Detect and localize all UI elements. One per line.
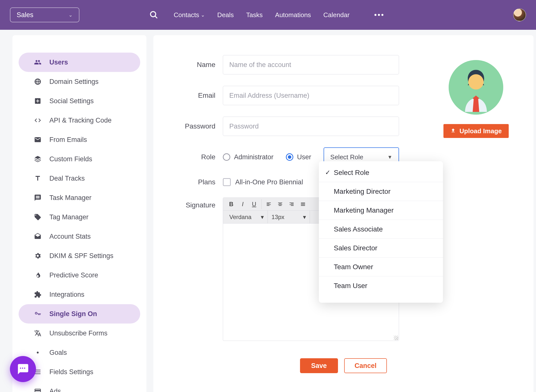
sidebar-item-task-manager[interactable]: Task Manager (19, 188, 140, 207)
underline-button[interactable]: U (248, 198, 260, 210)
sidebar-item-dkim-spf[interactable]: DKIM & SPF Settings (19, 246, 140, 265)
sidebar-item-goals[interactable]: Goals (19, 343, 140, 362)
chat-icon (17, 363, 29, 375)
role-option-sales-director[interactable]: Sales Director (319, 239, 443, 258)
sidebar-item-social-settings[interactable]: Social Settings (19, 91, 140, 111)
fire-icon (34, 271, 42, 279)
sidebar-item-integrations[interactable]: Integrations (19, 285, 140, 304)
sidebar-item-custom-fields[interactable]: Custom Fields (19, 149, 140, 169)
role-option-marketing-director[interactable]: Marketing Director (319, 182, 443, 201)
sidebar-item-domain-settings[interactable]: Domain Settings (19, 72, 140, 91)
sidebar-item-fields-settings[interactable]: Fields Settings (19, 362, 140, 382)
sidebar-item-label: Custom Fields (49, 155, 92, 163)
sidebar-item-label: Predictive Score (49, 271, 98, 279)
sidebar-item-label: DKIM & SPF Settings (49, 252, 113, 260)
tag-icon (34, 213, 42, 221)
nav-more-icon[interactable] (374, 14, 383, 16)
chevron-down-icon: ⌄ (201, 12, 205, 18)
sidebar-item-label: Fields Settings (49, 368, 93, 376)
upload-image-button[interactable]: Upload Image (443, 124, 509, 138)
role-option-sales-associate[interactable]: Sales Associate (319, 220, 443, 239)
nav-automations[interactable]: Automations (275, 11, 311, 19)
sidebar-item-users[interactable]: Users (19, 53, 140, 72)
sidebar-item-account-stats[interactable]: Account Stats (19, 227, 140, 246)
role-option-label: Team Owner (334, 263, 373, 271)
layers-icon (34, 155, 42, 163)
user-avatar[interactable] (513, 8, 526, 21)
sidebar-item-unsubscribe[interactable]: Unsubscribe Forms (19, 324, 140, 343)
nav-calendar-label: Calendar (323, 11, 350, 19)
save-button[interactable]: Save (300, 358, 338, 373)
signature-label: Signature (168, 197, 223, 209)
role-option-label: Sales Associate (334, 225, 383, 233)
name-input[interactable] (223, 55, 399, 74)
nav-tasks[interactable]: Tasks (246, 11, 263, 19)
email-input[interactable] (223, 86, 399, 105)
nav-contacts[interactable]: Contacts ⌄ (174, 11, 205, 19)
sidebar-item-label: Unsubscribe Forms (49, 329, 107, 337)
mail-icon (34, 135, 42, 144)
font-size-select[interactable]: 13px ▾ (268, 211, 310, 223)
sidebar-item-label: Social Settings (49, 97, 94, 105)
checkbox-label: All-in-One Pro Biennial (235, 178, 303, 186)
password-input[interactable] (223, 117, 399, 136)
role-option-team-user[interactable]: Team User (319, 276, 443, 295)
svg-line-1 (155, 16, 157, 18)
plus-square-icon (34, 97, 42, 105)
target-icon (34, 348, 42, 357)
italic-button[interactable]: I (237, 198, 248, 210)
plans-label: Plans (168, 178, 223, 186)
sidebar-item-label: Tag Manager (49, 213, 89, 221)
align-left-button[interactable] (263, 198, 274, 210)
drafts-icon (34, 232, 42, 241)
role-option-marketing-manager[interactable]: Marketing Manager (319, 201, 443, 220)
chat-fab-button[interactable] (10, 356, 36, 382)
role-option-select-role[interactable]: Select Role (319, 163, 443, 182)
profile-avatar-placeholder (449, 60, 503, 115)
role-radio-administrator[interactable]: Administrator (223, 153, 273, 161)
sidebar-item-label: Users (49, 59, 68, 66)
code-icon (34, 116, 42, 125)
font-family-select[interactable]: Verdana ▾ (226, 211, 268, 223)
role-label: Role (168, 153, 223, 161)
sidebar-item-deal-tracks[interactable]: Deal Tracks (19, 169, 140, 188)
cancel-button[interactable]: Cancel (344, 358, 387, 373)
upload-icon (450, 127, 456, 135)
role-option-label: Marketing Manager (334, 206, 394, 214)
globe-icon (34, 77, 42, 86)
sidebar-item-from-emails[interactable]: From Emails (19, 130, 140, 149)
radio-label: User (297, 153, 311, 161)
search-icon[interactable] (149, 10, 159, 20)
role-option-team-owner[interactable]: Team Owner (319, 258, 443, 276)
translate-icon (34, 329, 42, 337)
font-family-value: Verdana (229, 214, 251, 221)
sidebar-item-tag-manager[interactable]: Tag Manager (19, 207, 140, 227)
role-select-value: Select Role (330, 153, 363, 161)
workspace-selector[interactable]: Sales ⌄ (10, 7, 79, 22)
nav-deals[interactable]: Deals (217, 11, 234, 19)
sidebar-item-api-tracking[interactable]: API & Tracking Code (19, 111, 140, 130)
sidebar-item-label: Domain Settings (49, 78, 99, 86)
sidebar-item-label: Deal Tracks (49, 175, 85, 182)
align-justify-button[interactable] (297, 198, 309, 210)
password-label: Password (168, 122, 223, 130)
sidebar-item-predictive-score[interactable]: Predictive Score (19, 265, 140, 285)
align-center-button[interactable] (274, 198, 286, 210)
key-icon (34, 310, 42, 318)
role-radio-user[interactable]: User (286, 153, 311, 161)
bold-button[interactable]: B (226, 198, 237, 210)
role-option-label: Marketing Director (334, 188, 391, 196)
resize-handle-icon[interactable] (394, 336, 398, 340)
top-nav: Contacts ⌄ Deals Tasks Automations Calen… (174, 11, 383, 19)
chevron-down-icon: ▼ (387, 154, 392, 160)
name-label: Name (168, 61, 223, 69)
checkbox-icon (223, 178, 231, 186)
nav-calendar[interactable]: Calendar (323, 11, 350, 19)
align-right-button[interactable] (286, 198, 297, 210)
sidebar-item-sso[interactable]: Single Sign On (19, 304, 140, 324)
role-option-label: Sales Director (334, 244, 377, 252)
radio-label: Administrator (234, 153, 273, 161)
role-option-label: Team User (334, 282, 367, 290)
nav-deals-label: Deals (217, 11, 234, 19)
sidebar-item-ads[interactable]: Ads (19, 382, 140, 392)
